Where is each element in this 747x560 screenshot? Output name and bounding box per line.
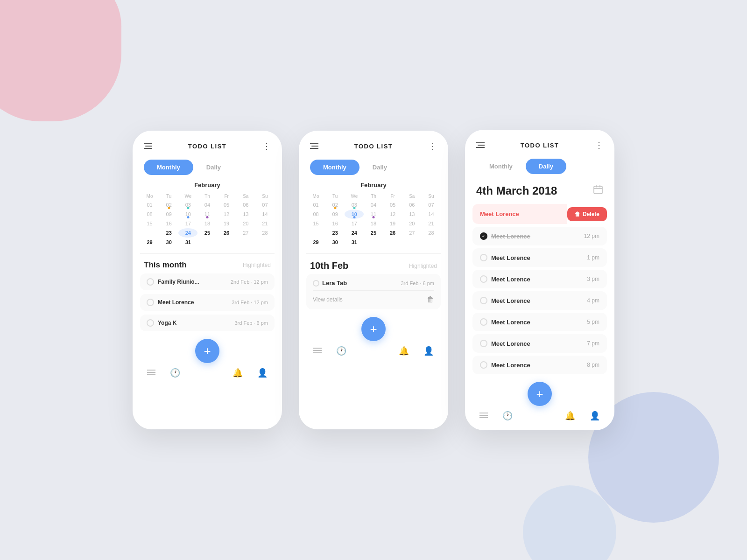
- daily-task-item[interactable]: Meet Lorence 7 pm: [472, 334, 607, 353]
- daily-task-list: ✓ Meet Lorence 12 pm Meet Lorence 1 pm M…: [465, 227, 614, 374]
- screen2-header: TODO LIST ⋮: [299, 131, 448, 156]
- daily-task-item[interactable]: Meet Lorence 5 pm: [472, 313, 607, 331]
- trash-icon[interactable]: 🗑: [427, 295, 434, 304]
- cal-day[interactable]: 03: [178, 200, 197, 210]
- this-month-label: This month: [144, 260, 187, 270]
- task-name: Meet Lorence: [491, 254, 530, 261]
- cal-day[interactable]: 10: [178, 210, 197, 219]
- nav-list-icon[interactable]: [313, 346, 322, 356]
- daily-task-item[interactable]: Meet Lorence 3 pm: [472, 270, 607, 288]
- daily-tab[interactable]: Daily: [526, 159, 566, 174]
- fab-add-button[interactable]: +: [528, 382, 552, 406]
- cal-day[interactable]: 06: [236, 200, 255, 210]
- monthly-tab[interactable]: Monthly: [310, 160, 359, 175]
- fab-add-button[interactable]: +: [195, 339, 219, 363]
- nav-clock-icon[interactable]: 🕐: [170, 368, 180, 378]
- date-header: 4th March 2018: [465, 181, 614, 204]
- task-item[interactable]: Yoga K 3rd Feb · 6 pm: [140, 315, 275, 331]
- cal-day[interactable]: 05: [217, 200, 236, 210]
- daily-tab[interactable]: Daily: [359, 160, 400, 175]
- expanded-event[interactable]: Lera Tab 3rd Feb · 6 pm View details 🗑: [306, 274, 441, 309]
- cal-day[interactable]: 21: [255, 219, 275, 228]
- nav-bell-icon[interactable]: 🔔: [399, 346, 409, 356]
- daily-tab[interactable]: Daily: [193, 160, 234, 175]
- more-icon[interactable]: ⋮: [595, 140, 603, 150]
- task-name: Meet Lorence: [491, 276, 530, 283]
- task-name: Family Riunio...: [158, 279, 199, 285]
- cal-day[interactable]: 04: [197, 200, 217, 210]
- screen3-card: TODO LIST ⋮ Monthly Daily 4th March 2018…: [465, 130, 614, 430]
- cal-day[interactable]: 20: [236, 219, 255, 228]
- cal-day[interactable]: 01: [140, 200, 159, 210]
- cal-header-th: Th: [197, 192, 217, 200]
- screen1-header: TODO LIST ⋮: [133, 131, 282, 156]
- cal-day[interactable]: 24: [178, 228, 197, 238]
- nav-user-icon[interactable]: 👤: [257, 368, 268, 378]
- task-circle: [480, 254, 487, 261]
- cal-day[interactable]: 14: [255, 210, 275, 219]
- calendar-icon-button[interactable]: [593, 184, 603, 197]
- delete-mode-row: Meet Lorence 🗑 Delete: [472, 204, 607, 224]
- task-time: 7 pm: [587, 340, 599, 347]
- view-details[interactable]: View details: [313, 296, 343, 303]
- cal-day[interactable]: 18: [197, 219, 217, 228]
- cal-day[interactable]: 30: [159, 238, 178, 247]
- menu-icon[interactable]: [310, 143, 318, 149]
- task-time: 1 pm: [587, 254, 599, 261]
- nav-bell-icon[interactable]: 🔔: [233, 368, 243, 378]
- more-icon[interactable]: ⋮: [429, 141, 437, 151]
- screen2-card: TODO LIST ⋮ Monthly Daily February Mo Tu…: [299, 131, 448, 429]
- task-item[interactable]: Family Riunio... 2nd Feb · 12 pm: [140, 273, 275, 290]
- fab-add-button[interactable]: +: [361, 317, 386, 341]
- monthly-tab[interactable]: Monthly: [144, 160, 193, 175]
- monthly-tab[interactable]: Monthly: [476, 159, 526, 174]
- cal-day[interactable]: 16: [159, 219, 178, 228]
- menu-icon[interactable]: [476, 142, 485, 148]
- cal-day[interactable]: 12: [217, 210, 236, 219]
- cal-day[interactable]: 07: [255, 200, 275, 210]
- event-meta: 3rd Feb · 6 pm: [401, 280, 434, 286]
- daily-task-item[interactable]: ✓ Meet Lorence 12 pm: [472, 227, 607, 245]
- calendar-grid: Mo Tu We Th Fr Sa Su 01 02 03 04: [140, 192, 275, 247]
- cal-day[interactable]: 08: [140, 210, 159, 219]
- menu-icon[interactable]: [144, 143, 152, 149]
- cal-day[interactable]: 13: [236, 210, 255, 219]
- fab-row: +: [133, 331, 282, 363]
- section-label-row: This month Highlighted: [133, 256, 282, 273]
- daily-task-item[interactable]: Meet Lorence 8 pm: [472, 356, 607, 374]
- task-item[interactable]: Meet Lorence 3rd Feb · 12 pm: [140, 294, 275, 311]
- nav-list-icon[interactable]: [479, 411, 488, 421]
- task-circle: [480, 297, 487, 304]
- cal-day[interactable]: 28: [255, 228, 275, 238]
- daily-task-item[interactable]: Meet Lorence 4 pm: [472, 291, 607, 310]
- cal-day[interactable]: 19: [217, 219, 236, 228]
- more-icon[interactable]: ⋮: [262, 141, 271, 151]
- cal-day[interactable]: 31: [178, 238, 197, 247]
- daily-task-item[interactable]: Meet Lorence 1 pm: [472, 248, 607, 267]
- fab-row: +: [465, 374, 614, 406]
- nav-user-icon[interactable]: 👤: [423, 346, 434, 356]
- task-meta: 3rd Feb · 6 pm: [234, 320, 268, 326]
- nav-bell-icon[interactable]: 🔔: [565, 411, 575, 421]
- nav-list-icon[interactable]: [147, 368, 155, 378]
- screen2-toggle: Monthly Daily: [299, 156, 448, 182]
- nav-clock-icon[interactable]: 🕐: [336, 346, 346, 356]
- nav-user-icon[interactable]: 👤: [590, 411, 600, 421]
- calendar-month: February: [140, 182, 275, 189]
- task-name: Meet Lorence: [491, 297, 530, 304]
- cal-day[interactable]: 09: [159, 210, 178, 219]
- cal-day[interactable]: 25: [197, 228, 217, 238]
- task-circle: [480, 275, 487, 283]
- cal-day[interactable]: 23: [159, 228, 178, 238]
- cal-day[interactable]: 15: [140, 219, 159, 228]
- task-name: Meet Lorence: [491, 319, 530, 326]
- cal-day[interactable]: 27: [236, 228, 255, 238]
- cal-day[interactable]: 02: [159, 200, 178, 210]
- cal-day[interactable]: 11: [197, 210, 217, 219]
- task-meta: 3rd Feb · 12 pm: [232, 300, 268, 305]
- cal-day[interactable]: 29: [140, 238, 159, 247]
- nav-clock-icon[interactable]: 🕐: [502, 411, 513, 421]
- delete-button[interactable]: 🗑 Delete: [567, 207, 607, 221]
- cal-day[interactable]: 17: [178, 219, 197, 228]
- cal-day[interactable]: 26: [217, 228, 236, 238]
